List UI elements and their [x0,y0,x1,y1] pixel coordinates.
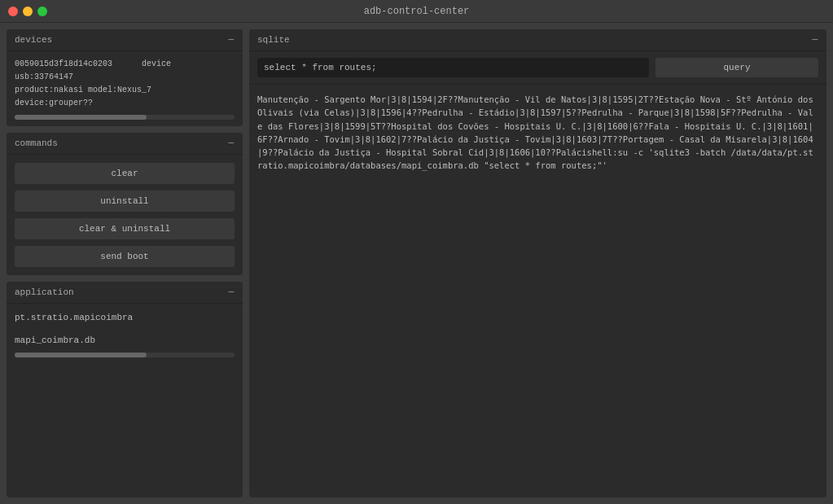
minimize-button[interactable] [23,7,33,16]
devices-scrollbar-track [15,115,235,120]
application-collapse-btn[interactable]: − [228,287,235,298]
sqlite-output[interactable]: Manutenção - Sargento Mor|3|8|1594|2F??M… [249,85,826,497]
commands-panel-header: commands − [7,133,243,155]
clear-uninstall-button[interactable]: clear & uninstall [15,218,235,239]
traffic-lights [8,7,47,16]
commands-label: commands [15,138,58,148]
maximize-button[interactable] [37,7,47,16]
uninstall-button[interactable]: uninstall [15,191,235,212]
clear-button[interactable]: clear [15,163,235,184]
sidebar: devices − 0059015d3f18d14c0203 device us… [7,29,243,497]
sqlite-panel: sqlite − query Manutenção - Sargento Mor… [249,29,826,497]
devices-label: devices [15,35,52,45]
sqlite-query-input[interactable] [257,58,649,77]
device-detail: product:nakasi model:Nexus_7 device:grou… [15,85,151,107]
app-scrollbar-thumb[interactable] [15,353,147,357]
application-label: application [15,287,74,297]
sqlite-collapse-btn[interactable]: − [812,34,818,46]
send-boot-button[interactable]: send boot [15,246,235,267]
device-id: 0059015d3f18d14c0203 [15,59,112,68]
device-info: 0059015d3f18d14c0203 device usb:33764147… [15,58,235,110]
devices-scrollbar-thumb[interactable] [15,115,147,120]
application-panel: application − pt.stratio.mapicoimbra map… [7,282,243,497]
titlebar: adb-control-center [0,0,833,23]
commands-panel-body: clear uninstall clear & uninstall send b… [7,155,243,275]
sqlite-label: sqlite [257,35,290,45]
commands-collapse-btn[interactable]: − [228,138,235,149]
devices-panel-body: 0059015d3f18d14c0203 device usb:33764147… [7,51,243,126]
devices-panel: devices − 0059015d3f18d14c0203 device us… [7,29,243,126]
commands-panel: commands − clear uninstall clear & unins… [7,133,243,275]
main-content: devices − 0059015d3f18d14c0203 device us… [0,23,833,504]
app-scrollbar-track [15,353,235,357]
application-panel-header: application − [7,282,243,304]
query-button[interactable]: query [655,58,818,77]
app-spacer [15,325,235,333]
app-package: pt.stratio.mapicoimbra [15,310,235,325]
devices-collapse-btn[interactable]: − [228,34,235,46]
app-db: mapi_coimbra.db [15,333,235,348]
sqlite-toolbar: query [249,51,826,85]
window-title: adb-control-center [364,6,470,17]
application-panel-body: pt.stratio.mapicoimbra mapi_coimbra.db [7,304,243,364]
devices-panel-header: devices − [7,29,243,51]
sqlite-output-text: Manutenção - Sargento Mor|3|8|1594|2F??M… [257,93,818,173]
close-button[interactable] [8,7,18,16]
sqlite-panel-header: sqlite − [249,29,826,51]
